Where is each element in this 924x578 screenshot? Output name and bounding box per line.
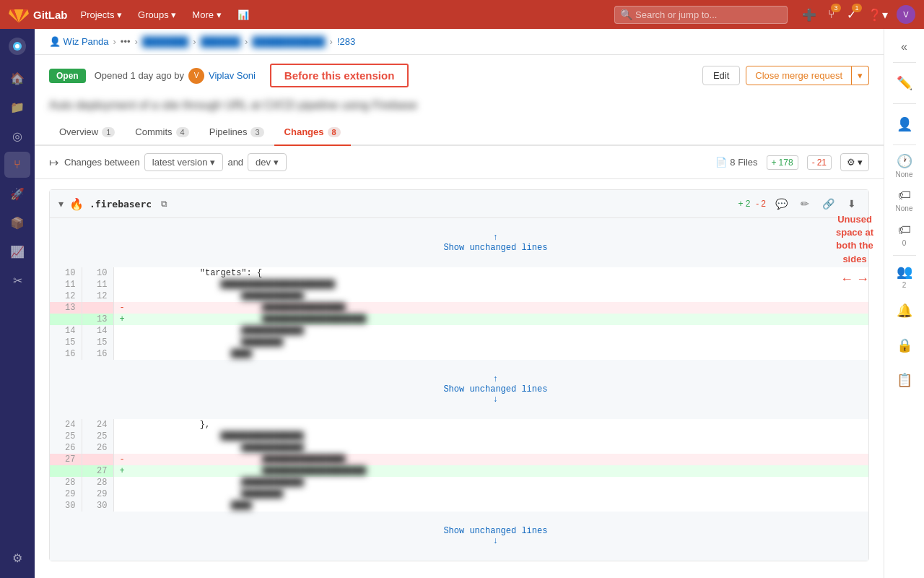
breadcrumb-org[interactable]: 👤 Wiz Panda — [49, 36, 108, 47]
diff-marker — [113, 477, 173, 488]
branch-chevron: ▾ — [274, 157, 279, 168]
diff-table: ↑ Show unchanged lines 10 10 "targets": … — [50, 218, 868, 561]
diff-line-content: ████████████████████ — [173, 314, 868, 325]
user-avatar[interactable]: V — [897, 5, 915, 24]
right-sidebar-user-btn[interactable]: 👤 — [890, 110, 919, 139]
close-mr-button[interactable]: Close merge request — [746, 66, 852, 85]
breadcrumb-more[interactable]: ••• — [121, 36, 131, 47]
table-row: 28 28 ████████████ — [50, 477, 868, 488]
close-mr-caret[interactable]: ▾ — [852, 66, 869, 85]
table-row: 25 25 ████████████████ — [50, 431, 868, 442]
sidebar-issues-icon[interactable]: ◎ — [4, 123, 30, 149]
none-label-1: None — [896, 171, 913, 178]
nav-more[interactable]: More ▾ — [185, 7, 228, 23]
line-num-new — [82, 302, 113, 314]
show-unchanged-bottom-label: Show unchanged lines — [443, 526, 547, 536]
diff-comment-btn[interactable]: 💬 — [772, 196, 791, 212]
show-unchanged-up2-icon: ↑ — [493, 374, 498, 384]
tab-commits[interactable]: Commits 4 — [125, 119, 199, 146]
line-num-new: 13 — [82, 314, 113, 325]
diff-line-content: "targets": { — [173, 267, 868, 279]
diff-line-content: ████████████████████ — [173, 465, 868, 477]
sidebar-settings-icon[interactable]: ⚙ — [4, 545, 30, 571]
right-sidebar-lock[interactable]: 🔒 — [890, 331, 919, 360]
tab-changes[interactable]: Changes 8 — [274, 119, 351, 146]
show-unchanged-bottom[interactable]: Show unchanged lines ↓ — [50, 512, 868, 561]
issues-badge: 1 — [852, 4, 862, 12]
tab-pipelines[interactable]: Pipelines 3 — [199, 119, 274, 146]
mr-status-badge: Open — [49, 69, 86, 83]
line-num-old: 13 — [50, 302, 82, 314]
diff-edit-btn[interactable]: ✏ — [797, 196, 813, 212]
breadcrumb-item-2[interactable]: ███████ — [142, 36, 188, 47]
edit-button[interactable]: Edit — [702, 66, 740, 85]
branch-select[interactable]: dev ▾ — [248, 153, 287, 171]
line-num-new: 12 — [82, 290, 113, 302]
show-unchanged-top[interactable]: ↑ Show unchanged lines — [50, 218, 868, 267]
tab-overview-count: 1 — [102, 127, 115, 137]
diff-collapse-btn[interactable]: ▾ — [58, 198, 64, 210]
nav-projects[interactable]: Projects ▾ — [74, 7, 130, 23]
table-row: 10 10 "targets": { — [50, 267, 868, 279]
nav-activity-icon[interactable]: 📊 — [230, 7, 256, 23]
diff-add-count: 2 — [746, 199, 751, 209]
line-num-old: 10 — [50, 267, 82, 279]
gitlab-logo[interactable]: GitLab — [9, 4, 68, 25]
notify-icon: 🔔 — [897, 303, 912, 319]
diff-marker — [113, 279, 173, 290]
version-select[interactable]: latest version ▾ — [144, 153, 224, 171]
diff-marker — [113, 419, 173, 431]
sidebar-separator-3 — [893, 144, 916, 145]
line-num-old: 15 — [50, 337, 82, 348]
mr-author[interactable]: Viplav Soni — [209, 70, 256, 81]
right-sidebar-count[interactable]: 🏷 0 — [890, 220, 919, 249]
table-row: 14 14 ████████████ — [50, 325, 868, 337]
merge-requests-icon[interactable]: ⑂ 3 — [825, 5, 838, 24]
changes-between: Changes between latest version ▾ and dev… — [64, 153, 287, 171]
diff-copy-path-btn[interactable]: ⧉ — [157, 197, 171, 210]
help-icon[interactable]: ❓▾ — [865, 5, 891, 25]
show-unchanged-middle[interactable]: ↑ Show unchanged lines ↓ — [50, 360, 868, 419]
right-sidebar-write-btn[interactable]: ✏️ — [890, 69, 919, 98]
diff-settings-btn[interactable]: ⚙ ▾ — [840, 153, 869, 171]
extension-label-text: Before this extension — [284, 69, 395, 82]
nav-groups[interactable]: Groups ▾ — [131, 7, 183, 23]
show-unchanged-up-icon: ↑ — [493, 233, 498, 243]
breadcrumb-item-3[interactable]: ██████ — [201, 36, 240, 47]
changes-between-label: Changes between — [64, 157, 140, 168]
collapse-btn[interactable]: « — [895, 35, 913, 59]
changes-toolbar: ↦ Changes between latest version ▾ and d… — [35, 146, 884, 179]
right-sidebar-notify[interactable]: 🔔 — [890, 296, 919, 325]
diff-line-content: ████████████ — [173, 325, 868, 337]
sidebar-home-icon[interactable]: 🏠 — [4, 65, 30, 91]
line-num-old — [50, 314, 82, 325]
table-row: 16 16 ████ — [50, 348, 868, 360]
table-row: 12 12 ████████████ — [50, 290, 868, 302]
navbar-icons: ➕ ⑂ 3 ✓ 1 ❓▾ V — [799, 5, 915, 25]
diff-line-content: ████ — [173, 348, 868, 360]
diff-link-btn[interactable]: 🔗 — [819, 196, 838, 212]
diff-download-btn[interactable]: ⬇ — [844, 196, 860, 212]
line-num-old: 16 — [50, 348, 82, 360]
breadcrumb-item-4[interactable]: ███████████ — [252, 36, 325, 47]
tab-overview[interactable]: Overview 1 — [49, 119, 125, 146]
search-input[interactable] — [614, 6, 788, 24]
right-sidebar-none2[interactable]: 🏷 None — [890, 186, 919, 215]
show-unchanged-top-label: Show unchanged lines — [443, 243, 547, 253]
right-sidebar-none1[interactable]: 🕐 None — [890, 151, 919, 180]
sidebar-registry-icon[interactable]: 📦 — [4, 210, 30, 236]
table-row: 11 11 ██████████████████████ — [50, 279, 868, 290]
right-sidebar-copy[interactable]: 📋 — [890, 366, 919, 394]
sidebar-ci-icon[interactable]: 🚀 — [4, 181, 30, 207]
show-unchanged-down2-icon: ↓ — [493, 536, 498, 546]
top-navbar: GitLab Projects ▾ Groups ▾ More ▾ 📊 🔍 ➕ … — [0, 0, 924, 29]
sidebar-analytics-icon[interactable]: 📈 — [4, 238, 30, 264]
sidebar-merge-icon[interactable]: ⑂ — [4, 152, 30, 178]
right-sidebar-members[interactable]: 👥 2 — [890, 262, 919, 290]
plus-icon[interactable]: ➕ — [799, 5, 819, 25]
sidebar-snippets-icon[interactable]: ✂ — [4, 267, 30, 293]
diff-marker: - — [113, 454, 173, 465]
breadcrumb-mr-id[interactable]: !283 — [337, 36, 355, 47]
issues-icon[interactable]: ✓ 1 — [844, 5, 859, 25]
sidebar-repo-icon[interactable]: 📁 — [4, 94, 30, 120]
